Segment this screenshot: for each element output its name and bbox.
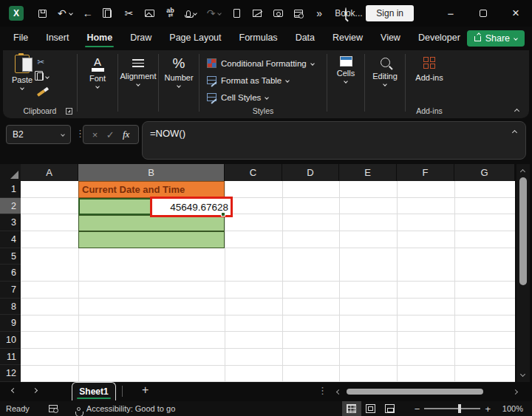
print-preview-icon[interactable]: [293, 7, 304, 19]
clipboard-dialog-launcher[interactable]: [66, 108, 72, 115]
row-header-12[interactable]: 12: [0, 365, 21, 382]
camera-icon[interactable]: [273, 7, 283, 19]
zoom-level[interactable]: 100%: [498, 404, 523, 413]
row-header-9[interactable]: 9: [0, 315, 21, 332]
row-headers: 1 2 3 4 5 6 7 8 9 10 11 12: [0, 181, 21, 382]
tab-developer[interactable]: Developer: [409, 28, 469, 49]
column-header-f[interactable]: F: [397, 164, 454, 181]
share-icon: [474, 36, 481, 41]
share-button[interactable]: Share: [467, 30, 525, 47]
tab-file[interactable]: File: [4, 28, 37, 49]
row-header-5[interactable]: 5: [0, 248, 21, 265]
select-all-corner[interactable]: [0, 164, 21, 181]
scroll-down-icon[interactable]: [520, 372, 525, 377]
search-icon[interactable]: [345, 8, 347, 18]
row-header-8[interactable]: 8: [0, 299, 21, 316]
zoom-slider-handle[interactable]: [458, 404, 461, 413]
font-group-button[interactable]: A Font: [78, 50, 117, 118]
horizontal-scrollbar-thumb[interactable]: [347, 389, 483, 395]
cells-group-button[interactable]: Cells: [327, 50, 364, 118]
row-header-3[interactable]: 3: [0, 214, 21, 231]
find-replace-icon[interactable]: ab⇄: [166, 7, 176, 19]
column-header-c[interactable]: C: [225, 164, 282, 181]
new-file-icon[interactable]: [231, 7, 242, 19]
alignment-group-button[interactable]: Alignment: [118, 50, 158, 118]
cell-styles-button[interactable]: Cell Styles: [207, 89, 327, 106]
vertical-scrollbar-thumb[interactable]: [519, 177, 527, 285]
row-header-10[interactable]: 10: [0, 332, 21, 349]
editing-group-button[interactable]: Editing: [365, 50, 405, 118]
column-header-a[interactable]: A: [21, 164, 78, 181]
copy-icon[interactable]: [103, 7, 114, 19]
column-header-d[interactable]: D: [282, 164, 339, 181]
cell-B4[interactable]: [78, 231, 225, 248]
number-group-button[interactable]: % Number: [159, 50, 199, 118]
sign-in-button[interactable]: Sign in: [366, 5, 414, 21]
sheet-tab-sheet1[interactable]: Sheet1: [72, 382, 116, 400]
cut-icon[interactable]: ✂: [124, 7, 134, 19]
tab-page-layout[interactable]: Page Layout: [160, 28, 230, 49]
row-header-1[interactable]: 1: [0, 181, 21, 198]
tab-data[interactable]: Data: [287, 28, 324, 49]
tab-scrollbar-splitter[interactable]: ⋮: [318, 385, 327, 396]
paste-picture-icon[interactable]: [145, 7, 155, 19]
accessibility-status[interactable]: Accessibility: Good to go: [86, 404, 175, 413]
conditional-formatting-button[interactable]: Conditional Formatting: [207, 55, 327, 72]
copy-button[interactable]: [37, 72, 49, 81]
tab-home[interactable]: Home: [78, 28, 121, 49]
row-header-7[interactable]: 7: [0, 282, 21, 299]
collapse-formula-bar-chevron[interactable]: [512, 130, 517, 135]
row-header-2[interactable]: 2: [0, 198, 21, 215]
scroll-up-icon[interactable]: [520, 169, 525, 174]
scroll-right-icon[interactable]: [513, 389, 518, 394]
zoom-out-button[interactable]: −: [410, 403, 425, 415]
collapse-ribbon-chevron[interactable]: [514, 109, 519, 114]
close-button[interactable]: ×: [499, 0, 532, 27]
new-sheet-button[interactable]: +: [142, 383, 149, 397]
row-header-4[interactable]: 4: [0, 231, 21, 248]
add-ins-icon: [423, 57, 435, 69]
normal-view-button[interactable]: [342, 401, 361, 416]
maximize-button[interactable]: [467, 0, 499, 27]
back-arrow-icon[interactable]: ←: [83, 7, 93, 19]
minimize-button[interactable]: −: [434, 0, 467, 27]
column-header-g[interactable]: G: [454, 164, 515, 181]
row-header-6[interactable]: 6: [0, 265, 21, 282]
undo-icon[interactable]: ↶: [58, 7, 72, 19]
name-box[interactable]: B2: [6, 125, 71, 144]
tab-view[interactable]: View: [372, 28, 409, 49]
formula-input[interactable]: =NOW(): [142, 121, 526, 160]
draw-table-icon[interactable]: [252, 7, 262, 19]
format-as-table-button[interactable]: Format as Table: [207, 72, 327, 89]
record-macro-icon[interactable]: [49, 405, 58, 412]
fill-handle[interactable]: [221, 212, 225, 216]
tab-review[interactable]: Review: [324, 28, 372, 49]
save-icon[interactable]: [37, 7, 47, 19]
enter-icon[interactable]: ✓: [106, 129, 115, 140]
horizontal-scrollbar[interactable]: [334, 382, 520, 401]
column-header-b[interactable]: B: [78, 164, 225, 181]
qat-overflow-chevron[interactable]: »: [314, 7, 324, 19]
cell-B1[interactable]: Current Date and Time: [78, 181, 225, 198]
touch-mouse-mode-icon[interactable]: [186, 7, 197, 19]
cancel-icon[interactable]: ×: [92, 129, 98, 140]
vertical-scrollbar[interactable]: [516, 164, 530, 382]
tab-insert[interactable]: Insert: [37, 28, 78, 49]
cell-B3[interactable]: [78, 215, 225, 231]
zoom-slider[interactable]: [424, 408, 480, 409]
next-sheet-icon[interactable]: [33, 388, 38, 393]
zoom-in-button[interactable]: +: [480, 403, 495, 415]
cell-styles-icon: [207, 93, 216, 101]
tab-draw[interactable]: Draw: [121, 28, 160, 49]
format-painter-button[interactable]: [37, 86, 49, 96]
previous-sheet-icon[interactable]: [11, 388, 16, 393]
tab-formulas[interactable]: Formulas: [231, 28, 287, 49]
add-ins-button[interactable]: Add-ins Add-ins: [406, 50, 453, 118]
column-header-e[interactable]: E: [339, 164, 397, 181]
scroll-left-icon[interactable]: [336, 389, 341, 394]
cut-button[interactable]: ✂: [37, 57, 49, 67]
page-break-view-button[interactable]: [381, 401, 400, 416]
row-header-11[interactable]: 11: [0, 349, 21, 366]
insert-function-button[interactable]: fx: [123, 129, 129, 140]
page-layout-view-button[interactable]: [361, 401, 381, 416]
